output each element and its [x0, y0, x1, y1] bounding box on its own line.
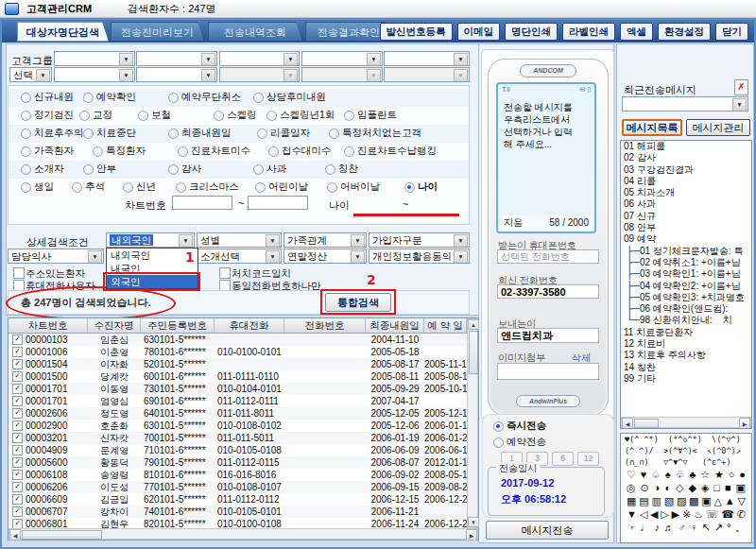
radio-크리스마스[interactable]: 크리스마스 — [176, 180, 239, 194]
symbol[interactable]: ♨ — [694, 507, 703, 521]
message-manage-button[interactable]: 메시지관리 — [686, 119, 750, 136]
hscroll-thumb[interactable] — [634, 419, 659, 428]
symbol[interactable]: ▥ — [651, 494, 661, 507]
symbol[interactable]: ♡ — [627, 468, 636, 481]
symbol[interactable]: ▩ — [689, 494, 698, 507]
symbol[interactable]: ▦ — [627, 494, 636, 507]
table-row[interactable]: ✓00001500당계캇600101-6******011-0111-01102… — [9, 370, 467, 383]
symbol[interactable]: 。 — [735, 521, 746, 534]
code-match-checkbox[interactable] — [219, 267, 231, 279]
referral-combo[interactable]: 소개선택▼ — [197, 249, 282, 264]
radio-신규내원[interactable]: 신규내원 — [21, 91, 74, 104]
column-header-7[interactable]: 예 약 일 — [424, 318, 467, 334]
message-item[interactable]: 99 기타 — [621, 373, 751, 385]
image-attach-input[interactable] — [497, 363, 599, 380]
symbol[interactable]: ♪ — [654, 521, 660, 534]
symbol[interactable]: ◆ — [688, 481, 696, 494]
symbol[interactable]: ◎ — [627, 481, 636, 494]
table-row[interactable]: ✓00005600황동덕790101-5******011-0112-01152… — [9, 456, 467, 469]
symbol[interactable]: ▲ — [725, 494, 735, 507]
radio-보철[interactable]: 보철 — [138, 109, 171, 122]
symbol[interactable]: ▶ — [672, 507, 679, 521]
chevron-down-icon[interactable]: ▼ — [266, 234, 280, 248]
message-item[interactable]: ├─05 예약확인3: +치과명호 — [621, 292, 751, 303]
toolbar-button-1[interactable]: 발신번호등록 — [380, 23, 453, 41]
sub-combo-4[interactable]: ▼ — [301, 67, 383, 82]
message-item[interactable]: └─98 신환위치안내: 치 — [621, 315, 751, 326]
customer-group-combo-3[interactable]: ▼ — [219, 51, 300, 66]
symbol[interactable]: ◁ — [640, 507, 647, 521]
radio-스켈링년1회[interactable]: 스켈링년1회 — [266, 109, 335, 122]
row-checkbox[interactable]: ✓ — [12, 457, 23, 468]
hour-button-12[interactable]: 12 — [577, 452, 599, 466]
scroll-down-icon[interactable]: ▼ — [468, 517, 479, 527]
chevron-down-icon[interactable]: ▼ — [88, 250, 102, 264]
table-hscrollbar[interactable]: ◀▶ — [9, 528, 478, 540]
symbol[interactable]: ♥ — [641, 468, 647, 481]
message-item[interactable]: 01 해피콜 — [621, 141, 751, 152]
chevron-down-icon[interactable]: ▼ — [732, 98, 747, 112]
row-checkbox[interactable]: ✓ — [12, 371, 23, 382]
message-item[interactable]: 07 신규 — [621, 211, 751, 222]
symbol[interactable]: △ — [714, 494, 722, 507]
message-item[interactable]: ├─03 예약확인1: +이름+님 — [621, 268, 751, 280]
column-header-1[interactable]: 차트번호 — [9, 318, 88, 334]
toolbar-button-2[interactable]: 이메일 — [457, 23, 501, 41]
message-item[interactable]: ├─06 예약확인(앤드컴): — [621, 303, 751, 315]
message-item[interactable]: ├─04 예약확인2: +이름+님 — [621, 281, 751, 292]
symbol[interactable]: ☆ — [700, 468, 710, 481]
toolbar-button-5[interactable]: 엑셀 — [620, 23, 653, 41]
symbol[interactable]: ◈ — [701, 481, 709, 494]
radio-임플란트[interactable]: 임플란트 — [344, 109, 397, 122]
radio-감사[interactable]: 감사 — [168, 163, 201, 176]
recipient-input[interactable]: 선택된 전화번호 — [497, 249, 599, 264]
row-checkbox[interactable]: ✓ — [12, 494, 23, 505]
row-checkbox[interactable]: ✓ — [12, 470, 23, 480]
toolbar-button-6[interactable]: 환경설정 — [658, 23, 711, 41]
chevron-down-icon[interactable]: ▼ — [367, 53, 381, 66]
scroll-up-icon[interactable]: ▲ — [468, 319, 479, 330]
radio-스켈링[interactable]: 스켈링 — [214, 109, 257, 122]
message-item[interactable]: 11 치료중단환자 — [621, 327, 751, 338]
row-checkbox[interactable]: ✓ — [12, 359, 23, 369]
table-row[interactable]: ✓00001504이자화520101-5******2005-08-172005… — [9, 358, 467, 370]
radio-치료중단[interactable]: 치료중단 — [83, 127, 136, 140]
chart-no-from-input[interactable] — [172, 196, 232, 210]
chevron-down-icon[interactable]: ▼ — [454, 250, 468, 264]
chevron-down-icon[interactable]: ▼ — [36, 69, 50, 82]
row-checkbox[interactable]: ✓ — [12, 396, 23, 406]
tab-3[interactable]: 전송내역조회 — [208, 22, 302, 42]
symbol[interactable]: ♠ — [665, 468, 671, 481]
sub-combo-5[interactable]: ▼ — [384, 67, 470, 82]
radio-생일[interactable]: 생일 — [21, 180, 54, 194]
symbol[interactable]: ☏ — [706, 507, 719, 521]
radio-상담후미내원[interactable]: 상담후미내원 — [253, 91, 326, 104]
chevron-down-icon[interactable]: ▼ — [119, 69, 133, 82]
select-combo[interactable]: 선택▼ — [9, 67, 52, 82]
row-checkbox[interactable]: ✓ — [12, 445, 23, 455]
row-checkbox[interactable]: ✓ — [12, 335, 23, 345]
symbol[interactable]: ■ — [725, 481, 731, 494]
chevron-down-icon[interactable]: ▼ — [201, 53, 215, 66]
radio-진료차트수납랭킹[interactable]: 진료차트수납랭킹 — [344, 145, 437, 158]
radio-가족환자[interactable]: 가족환자 — [21, 145, 74, 158]
chevron-down-icon[interactable]: ▼ — [284, 69, 298, 82]
row-checkbox[interactable]: ✓ — [12, 506, 23, 517]
column-header-6[interactable]: 최종내원일 — [366, 318, 424, 334]
radio-예약확인[interactable]: 예약확인 — [83, 91, 136, 104]
message-item[interactable]: ├─01 정기체크문자발송: 특 — [621, 246, 751, 257]
row-checkbox[interactable]: ✓ — [12, 482, 23, 492]
symbol[interactable]: ▧ — [664, 494, 674, 507]
symbol[interactable]: ↗ — [714, 521, 723, 534]
doctor-combo[interactable]: 담당의사▼ — [8, 249, 104, 264]
radio-정기검진[interactable]: 정기검진 — [21, 109, 74, 122]
radio-추석[interactable]: 추석 — [72, 180, 105, 194]
emoticon-row[interactable]: ♥(^ ^*) (*^◇^*) \(^▽^) — [621, 434, 751, 445]
message-item[interactable]: 05 치과소개 — [621, 187, 751, 198]
table-row[interactable]: ✓00002606정도영640101-5******011-011-801120… — [9, 407, 467, 420]
sender-input[interactable]: 앤드컴치과 — [497, 328, 599, 343]
row-checkbox[interactable]: ✓ — [12, 420, 23, 431]
symbol[interactable]: ▷ — [661, 507, 668, 521]
radio-어린이날[interactable]: 어린이날 — [255, 180, 308, 194]
symbol[interactable]: ♬ — [663, 521, 674, 534]
